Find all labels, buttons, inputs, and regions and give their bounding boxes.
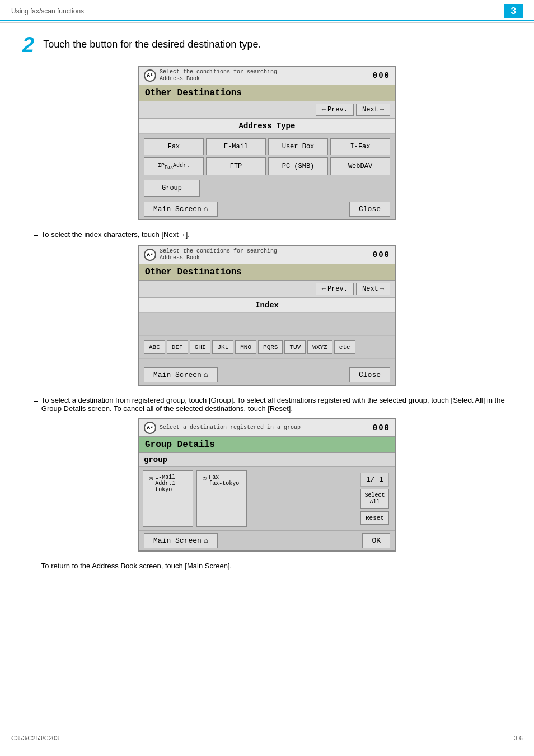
gd-item-fax[interactable]: ✆ Fax fax-tokyo [196, 470, 247, 527]
address-type-panel: A² Select the conditions for searching A… [138, 66, 396, 220]
panel2-next-button[interactable]: Next → [356, 283, 390, 295]
group-details-panel: A² Select a destination registered in a … [138, 418, 396, 552]
index-btn-etc[interactable]: etc [334, 340, 355, 354]
panel2-title: Other Destinations [139, 264, 395, 281]
select-all-button[interactable]: Select All [360, 489, 389, 509]
index-panel: A² Select the conditions for searching A… [138, 245, 396, 386]
panel1-prev-button[interactable]: ← Prev. [316, 104, 354, 116]
panel1-title: Other Destinations [139, 85, 395, 101]
panel1-main-screen-button[interactable]: Main Screen ⌂ [144, 202, 218, 217]
index-btn-ghi[interactable]: GHI [190, 340, 211, 354]
email-button[interactable]: E-Mail [206, 138, 266, 155]
panel2-header-line2: Address Book [160, 255, 277, 262]
next-arrow-icon: → [380, 106, 384, 114]
reset-button[interactable]: Reset [360, 511, 389, 525]
ipfax-button[interactable]: IPFaxAddr. [144, 157, 204, 175]
panel1-main-screen-label: Main Screen [153, 205, 202, 213]
webdav-button[interactable]: WebDAV [330, 157, 390, 175]
panel2-close-button[interactable]: Close [349, 367, 390, 382]
panel3-main-screen-label: Main Screen [153, 536, 202, 545]
panel2-main-screen-button[interactable]: Main Screen ⌂ [144, 367, 218, 382]
gd-item-email[interactable]: ✉ E-Mail Addr.1 tokyo [143, 470, 193, 527]
group-button[interactable]: Group [144, 180, 200, 197]
panel1-next-button[interactable]: Next → [356, 104, 390, 116]
home-icon: ⌂ [204, 205, 208, 213]
panel1-next-label: Next [362, 106, 378, 114]
index-label: Index [139, 298, 395, 313]
panel1-header-line2: Address Book [160, 76, 277, 82]
panel1-icon: A² [144, 69, 156, 82]
gd-counter-display: 1/ 1 [360, 473, 389, 487]
panel2-prev-arrow: ← [322, 285, 326, 293]
panel3-ok-label: OK [372, 536, 381, 545]
panel2-icon: A² [144, 249, 156, 261]
panel3-title: Group Details [139, 437, 395, 453]
gd-side-col: 1/ 1 Select All Reset [358, 470, 391, 527]
panel3-counter: 000 [373, 423, 390, 432]
footer-left: C353/C253/C203 [11, 735, 59, 741]
note1-text: To select the index characters, touch [N… [41, 230, 190, 239]
note3-text: To return to the Address Book screen, to… [41, 562, 232, 570]
prev-arrow-icon: ← [322, 106, 326, 114]
step-heading: Touch the button for the desired destina… [43, 34, 261, 50]
group-label: group [139, 453, 395, 467]
pcsmb-button[interactable]: PC (SMB) [268, 157, 328, 175]
breadcrumb-text: Using fax/scan functions [11, 7, 84, 15]
note1: – To select the index characters, touch … [34, 230, 512, 239]
index-btn-def[interactable]: DEF [167, 340, 188, 354]
panel1-header-line1: Select the conditions for searching [160, 69, 277, 76]
panel2-next-arrow: → [380, 285, 384, 293]
note2: – To select a destination from registere… [34, 396, 512, 413]
index-btn-jkl[interactable]: JKL [212, 340, 233, 354]
ifax-button[interactable]: I-Fax [330, 138, 390, 155]
fax-item-icon: ✆ [203, 474, 207, 483]
panel2-prev-button[interactable]: ← Prev. [316, 283, 354, 295]
panel1-close-label: Close [359, 205, 381, 213]
index-btn-wxyz[interactable]: WXYZ [307, 340, 332, 354]
email-item-line2: Addr.1 [155, 480, 175, 487]
index-btn-pqrs[interactable]: PQRS [258, 340, 283, 354]
footer-right: 3-6 [514, 735, 523, 741]
address-type-grid: Fax E-Mail User Box I-Fax IPFaxAddr. FTP… [139, 134, 395, 180]
panel2-header-line1: Select the conditions for searching [160, 248, 277, 255]
panel3-home-icon: ⌂ [204, 536, 208, 545]
address-type-label: Address Type [139, 119, 395, 134]
panel1-prev-label: Prev. [327, 106, 348, 114]
panel3-header-line1: Select a destination registered in a gro… [160, 424, 301, 431]
index-buttons-row: ABC DEF GHI JKL MNO PQRS TUV WXYZ etc [139, 335, 395, 359]
panel2-home-icon: ⌂ [204, 371, 208, 379]
email-item-icon: ✉ [149, 474, 153, 483]
panel3-ok-button[interactable]: OK [362, 533, 390, 548]
step-number: 2 [22, 34, 34, 55]
fax-button[interactable]: Fax [144, 138, 204, 155]
panel2-main-screen-label: Main Screen [153, 371, 202, 379]
panel2-close-label: Close [359, 371, 381, 379]
panel1-counter: 000 [373, 71, 390, 80]
panel3-icon: A² [144, 422, 156, 434]
note2-text: To select a destination from registered … [41, 396, 512, 413]
ftp-button[interactable]: FTP [206, 157, 266, 175]
page-number: 3 [504, 4, 523, 18]
index-btn-abc[interactable]: ABC [144, 340, 165, 354]
email-item-line3: tokyo [155, 487, 175, 493]
fax-item-line1: Fax [209, 474, 239, 480]
note3: – To return to the Address Book screen, … [34, 562, 512, 571]
panel2-next-label: Next [362, 285, 378, 293]
userbox-button[interactable]: User Box [268, 138, 328, 155]
email-item-line1: E-Mail [155, 474, 175, 480]
panel3-main-screen-button[interactable]: Main Screen ⌂ [144, 533, 218, 548]
panel2-prev-label: Prev. [327, 285, 348, 293]
panel1-close-button[interactable]: Close [349, 202, 390, 217]
fax-item-line2: fax-tokyo [209, 480, 239, 487]
panel2-counter: 000 [373, 250, 390, 259]
index-btn-tuv[interactable]: TUV [284, 340, 306, 354]
index-btn-mno[interactable]: MNO [235, 340, 256, 354]
